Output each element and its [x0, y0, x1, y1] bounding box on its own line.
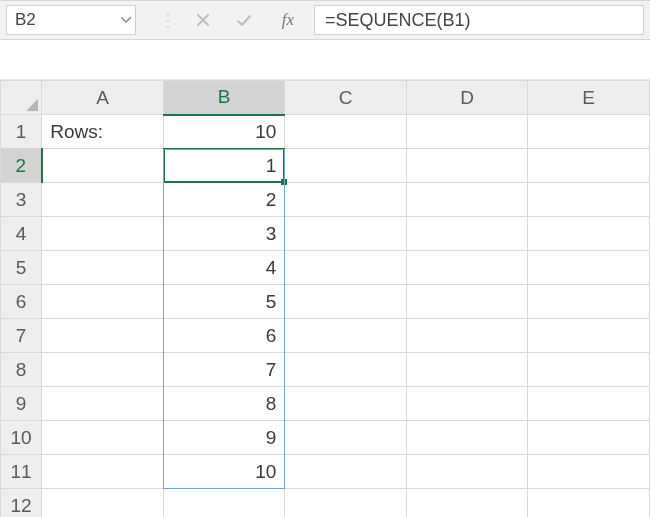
formula-bar: B2 ⋮ fx =SEQUENCE(B1): [0, 0, 650, 40]
row-header-3[interactable]: 3: [1, 183, 42, 217]
row-3: 3 2: [1, 183, 650, 217]
name-box-dropdown-icon[interactable]: [117, 17, 135, 23]
cell-E11[interactable]: [528, 455, 650, 489]
name-box-value: B2: [7, 10, 117, 30]
row-header-11[interactable]: 11: [1, 455, 42, 489]
row-4: 4 3: [1, 217, 650, 251]
col-header-E[interactable]: E: [528, 81, 650, 115]
cell-A8[interactable]: [42, 353, 164, 387]
cell-B4[interactable]: 3: [163, 217, 285, 251]
row-11: 11 10: [1, 455, 650, 489]
cell-C3[interactable]: [285, 183, 407, 217]
formula-text: =SEQUENCE(B1): [325, 10, 471, 31]
cell-A6[interactable]: [42, 285, 164, 319]
cell-E9[interactable]: [528, 387, 650, 421]
cancel-icon[interactable]: [196, 13, 220, 27]
row-1: 1 Rows: 10: [1, 115, 650, 149]
cell-D5[interactable]: [406, 251, 528, 285]
cell-E8[interactable]: [528, 353, 650, 387]
row-header-2[interactable]: 2: [1, 149, 42, 183]
cell-D8[interactable]: [406, 353, 528, 387]
cell-E5[interactable]: [528, 251, 650, 285]
col-header-D[interactable]: D: [406, 81, 528, 115]
cell-C4[interactable]: [285, 217, 407, 251]
cell-A4[interactable]: [42, 217, 164, 251]
row-header-1[interactable]: 1: [1, 115, 42, 149]
cell-D7[interactable]: [406, 319, 528, 353]
cell-B1[interactable]: 10: [163, 115, 285, 149]
select-all-corner[interactable]: [1, 81, 42, 115]
cell-E10[interactable]: [528, 421, 650, 455]
row-2: 2 1: [1, 149, 650, 183]
cell-C7[interactable]: [285, 319, 407, 353]
col-header-B[interactable]: B: [163, 81, 285, 115]
worksheet[interactable]: A B C D E 1 Rows: 10 2 1 3 2 4 3 5: [0, 80, 650, 517]
cell-C10[interactable]: [285, 421, 407, 455]
cell-C5[interactable]: [285, 251, 407, 285]
cell-A10[interactable]: [42, 421, 164, 455]
cell-E3[interactable]: [528, 183, 650, 217]
row-header-5[interactable]: 5: [1, 251, 42, 285]
row-header-12[interactable]: 12: [1, 489, 42, 518]
row-header-7[interactable]: 7: [1, 319, 42, 353]
ribbon-gap: [0, 40, 650, 80]
cell-B12[interactable]: [163, 489, 285, 518]
row-12: 12: [1, 489, 650, 518]
cell-D3[interactable]: [406, 183, 528, 217]
row-10: 10 9: [1, 421, 650, 455]
row-header-6[interactable]: 6: [1, 285, 42, 319]
formula-input[interactable]: =SEQUENCE(B1): [314, 5, 644, 35]
formula-bar-buttons: ⋮ fx: [142, 1, 314, 39]
cell-D4[interactable]: [406, 217, 528, 251]
cell-C11[interactable]: [285, 455, 407, 489]
cell-D6[interactable]: [406, 285, 528, 319]
cell-A2[interactable]: [42, 149, 164, 183]
cell-E2[interactable]: [528, 149, 650, 183]
insert-function-icon[interactable]: fx: [276, 10, 300, 30]
cell-C12[interactable]: [285, 489, 407, 518]
cell-E4[interactable]: [528, 217, 650, 251]
enter-icon[interactable]: [236, 13, 260, 27]
cell-B8[interactable]: 7: [163, 353, 285, 387]
cell-B10[interactable]: 9: [163, 421, 285, 455]
cell-C9[interactable]: [285, 387, 407, 421]
cell-D9[interactable]: [406, 387, 528, 421]
cell-A5[interactable]: [42, 251, 164, 285]
cell-A9[interactable]: [42, 387, 164, 421]
cell-D10[interactable]: [406, 421, 528, 455]
cell-C2[interactable]: [285, 149, 407, 183]
cell-D2[interactable]: [406, 149, 528, 183]
row-header-9[interactable]: 9: [1, 387, 42, 421]
cell-B6[interactable]: 5: [163, 285, 285, 319]
cell-A12[interactable]: [42, 489, 164, 518]
row-header-4[interactable]: 4: [1, 217, 42, 251]
cell-A3[interactable]: [42, 183, 164, 217]
cell-C6[interactable]: [285, 285, 407, 319]
cell-B5[interactable]: 4: [163, 251, 285, 285]
cell-E1[interactable]: [528, 115, 650, 149]
cell-A7[interactable]: [42, 319, 164, 353]
row-8: 8 7: [1, 353, 650, 387]
col-header-C[interactable]: C: [285, 81, 407, 115]
cell-D11[interactable]: [406, 455, 528, 489]
cell-D12[interactable]: [406, 489, 528, 518]
cell-B11[interactable]: 10: [163, 455, 285, 489]
cell-E7[interactable]: [528, 319, 650, 353]
cell-B9[interactable]: 8: [163, 387, 285, 421]
cell-B3[interactable]: 2: [163, 183, 285, 217]
name-box[interactable]: B2: [6, 5, 136, 35]
cell-A11[interactable]: [42, 455, 164, 489]
row-header-10[interactable]: 10: [1, 421, 42, 455]
cell-E6[interactable]: [528, 285, 650, 319]
cell-B7[interactable]: 6: [163, 319, 285, 353]
row-5: 5 4: [1, 251, 650, 285]
cell-E12[interactable]: [528, 489, 650, 518]
col-header-A[interactable]: A: [42, 81, 164, 115]
cell-D1[interactable]: [406, 115, 528, 149]
cell-C1[interactable]: [285, 115, 407, 149]
cell-C8[interactable]: [285, 353, 407, 387]
cell-B2[interactable]: 1: [163, 149, 285, 183]
cell-A1[interactable]: Rows:: [42, 115, 164, 149]
row-header-8[interactable]: 8: [1, 353, 42, 387]
grid[interactable]: A B C D E 1 Rows: 10 2 1 3 2 4 3 5: [0, 80, 650, 517]
